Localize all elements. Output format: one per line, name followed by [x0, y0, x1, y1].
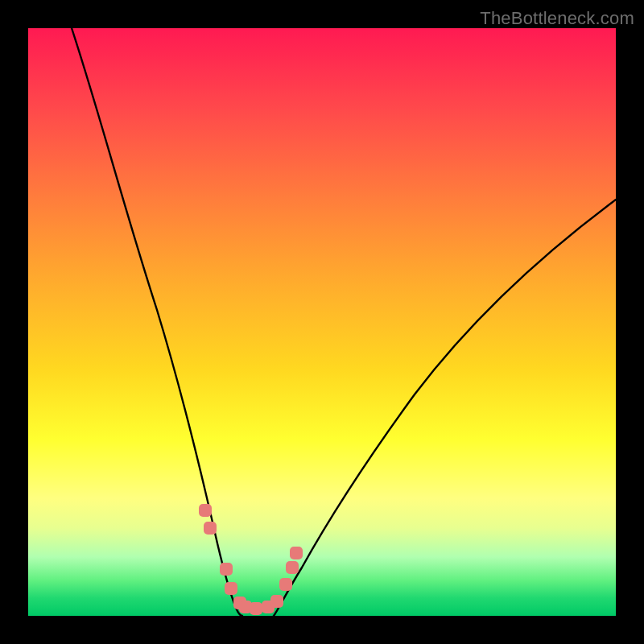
watermark-text: TheBottleneck.com	[480, 8, 634, 29]
gradient-background	[28, 28, 616, 616]
chart-frame: TheBottleneck.com	[0, 0, 644, 644]
